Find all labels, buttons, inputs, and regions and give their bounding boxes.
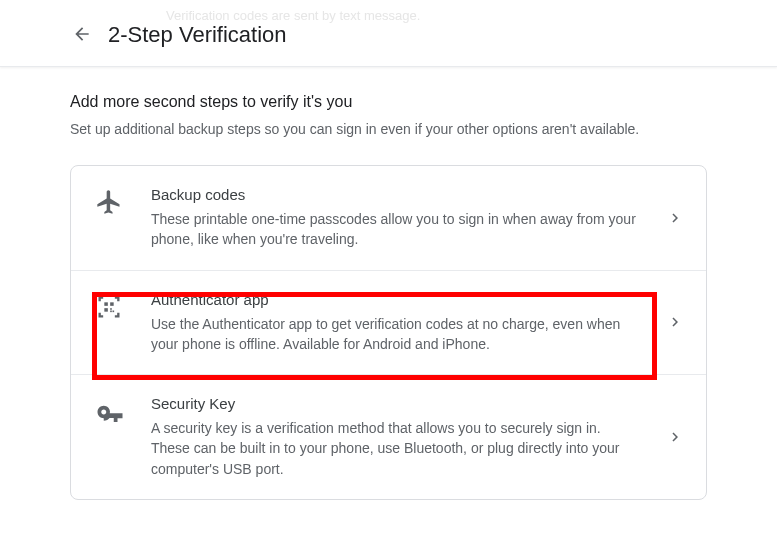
options-card: Backup codes These printable one-time pa… — [70, 165, 707, 500]
row-authenticator-app[interactable]: Authenticator app Use the Authenticator … — [71, 270, 706, 375]
chevron-right-icon — [666, 209, 684, 227]
row-desc: A security key is a verification method … — [151, 418, 642, 479]
row-security-key[interactable]: Security Key A security key is a verific… — [71, 374, 706, 499]
svg-rect-4 — [113, 310, 115, 312]
svg-rect-0 — [104, 302, 108, 306]
svg-rect-1 — [110, 302, 114, 306]
row-title: Authenticator app — [151, 291, 642, 308]
svg-rect-5 — [110, 310, 112, 312]
row-backup-codes[interactable]: Backup codes These printable one-time pa… — [71, 166, 706, 270]
row-desc: These printable one-time passcodes allow… — [151, 209, 642, 250]
qr-scan-icon — [95, 291, 135, 321]
page-title: 2-Step Verification — [108, 22, 287, 48]
svg-rect-2 — [104, 308, 108, 312]
svg-rect-3 — [110, 308, 112, 310]
content-area: Add more second steps to verify it's you… — [0, 67, 777, 540]
chevron-right-icon — [666, 313, 684, 331]
row-title: Security Key — [151, 395, 642, 412]
row-title: Backup codes — [151, 186, 642, 203]
section-heading: Add more second steps to verify it's you — [70, 93, 707, 111]
key-icon — [95, 395, 135, 427]
airplane-icon — [95, 186, 135, 216]
row-desc: Use the Authenticator app to get verific… — [151, 314, 642, 355]
page-header: 2-Step Verification — [0, 0, 777, 67]
section-subtext: Set up additional backup steps so you ca… — [70, 121, 707, 137]
chevron-right-icon — [666, 428, 684, 446]
back-arrow-icon[interactable] — [72, 24, 92, 44]
